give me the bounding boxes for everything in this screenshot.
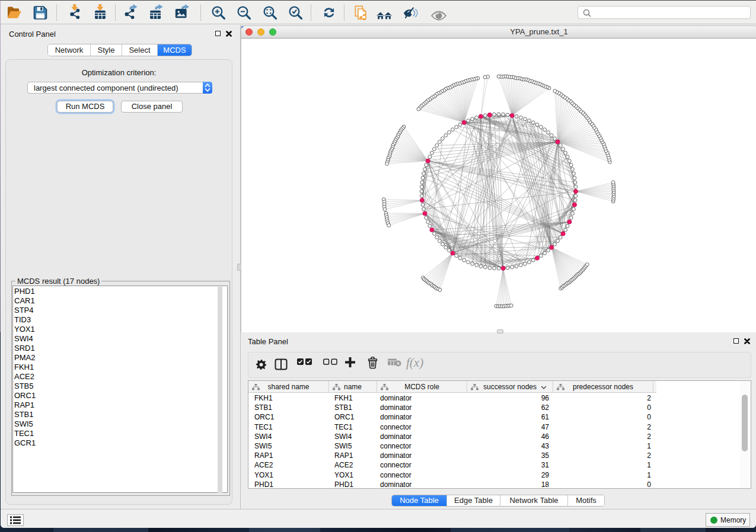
svg-text:f(x): f(x)	[406, 355, 423, 370]
